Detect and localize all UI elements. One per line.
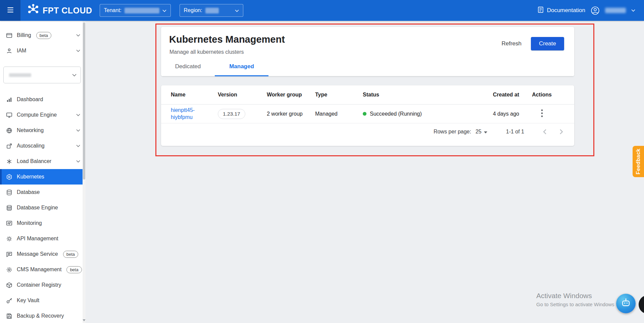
sidebar-item-monitoring[interactable]: Monitoring [0, 215, 86, 231]
sidebar-item-api-management[interactable]: API Management [0, 231, 86, 246]
sidebar-scrollbar-thumb[interactable] [83, 23, 85, 179]
billing-icon [6, 32, 12, 39]
previous-page-button[interactable] [542, 128, 548, 136]
column-header-version: Version [218, 92, 267, 98]
message-service-icon [6, 251, 12, 257]
sidebar-item-kubernetes[interactable]: Kubernetes [0, 169, 86, 185]
cluster-name-link[interactable]: hienptt45-hiybfpmu [171, 107, 204, 121]
sidebar-item-label: Billing [17, 32, 31, 38]
rows-per-page-select[interactable]: 25 [476, 129, 487, 135]
database-engine-icon [6, 205, 12, 211]
chevron-down-icon [76, 114, 80, 116]
row-actions-button[interactable] [538, 108, 546, 120]
sidebar-item-label: Load Balancer [17, 158, 51, 164]
fpt-cloud-logo [27, 3, 39, 17]
sidebar-scrollbar[interactable] [83, 21, 86, 323]
tenant-select[interactable]: Tenant: [100, 4, 171, 17]
sidebar-item-label: Networking [17, 127, 44, 133]
sidebar-scroll-down-arrow[interactable] [83, 319, 86, 321]
topbar-right: Documentation [537, 6, 644, 15]
created-at-cell: 4 days ago [461, 111, 519, 117]
sidebar-item-iam[interactable]: IAM [0, 43, 86, 58]
sidebar-item-label: Database [17, 189, 40, 195]
sidebar-item-compute-engine[interactable]: Compute Engine [0, 107, 86, 123]
status-text: Succeeded (Running) [370, 111, 422, 117]
ai-chat-button[interactable] [616, 294, 636, 313]
account-icon[interactable] [591, 6, 600, 15]
tab-managed[interactable]: Managed [215, 57, 268, 76]
chevron-down-icon [235, 7, 239, 13]
tenant-label: Tenant: [104, 7, 121, 13]
version-chip: 1.23.17 [218, 109, 245, 119]
sidebar-item-label: API Management [17, 236, 58, 242]
sidebar-item-autoscaling[interactable]: Autoscaling [0, 138, 86, 154]
pagination-range: 1-1 of 1 [506, 129, 524, 135]
status-cell: Succeeded (Running) [363, 111, 461, 117]
chevron-down-icon [72, 74, 77, 77]
clusters-table-card: Name Version Worker group Type Status Cr… [161, 85, 574, 146]
sidebar-item-dashboard[interactable]: Dashboard [0, 92, 86, 107]
sidebar-item-database-engine[interactable]: Database Engine [0, 200, 86, 215]
worker-group-cell: 2 worker group [267, 111, 315, 117]
table-header-row: Name Version Worker group Type Status Cr… [161, 85, 574, 105]
sidebar-item-message-service[interactable]: Message Service beta [0, 246, 86, 262]
container-registry-icon [6, 282, 12, 288]
username-redacted [605, 8, 626, 13]
create-button[interactable]: Create [531, 37, 564, 50]
key-vault-icon [6, 297, 12, 304]
networking-icon [6, 127, 12, 134]
sidebar-item-database[interactable]: Database [0, 185, 86, 200]
status-dot [363, 112, 366, 116]
sidebar-item-load-balancer[interactable]: Load Balancer [0, 154, 86, 169]
rows-per-page-label: Rows per page: [434, 129, 471, 135]
sidebar-select[interactable] [3, 67, 81, 83]
page-title: Kubernetes Management [169, 34, 285, 45]
sidebar-item-label: Container Registry [17, 282, 61, 288]
page-subtitle: Manage all kubernetes clusters [169, 49, 285, 55]
chevron-down-icon [76, 160, 80, 163]
documentation-icon [537, 6, 544, 15]
column-header-type: Type [315, 92, 363, 98]
sidebar-item-label: Autoscaling [17, 143, 45, 149]
app-window: FPT CLOUD Tenant: Region: Docu [0, 0, 644, 323]
table-row: hienptt45-hiybfpmu 1.23.17 2 worker grou… [161, 105, 574, 123]
column-header-name: Name [171, 92, 218, 98]
beta-badge: beta [36, 32, 51, 39]
chevron-down-icon [76, 145, 80, 147]
sidebar-item-container-registry[interactable]: Container Registry [0, 277, 86, 293]
brand-text: FPT CLOUD [43, 6, 92, 15]
sidebar-item-billing[interactable]: Billing beta [0, 28, 86, 43]
api-management-icon [6, 236, 12, 242]
pagination-bar: Rows per page: 25 1-1 of 1 [161, 123, 574, 140]
tab-dedicated[interactable]: Dedicated [161, 57, 215, 76]
refresh-button[interactable]: Refresh [499, 38, 524, 50]
column-header-status: Status [363, 92, 461, 98]
sidebar-item-label: Message Service [17, 251, 58, 257]
column-header-actions: Actions [519, 92, 564, 98]
sidebar-item-label: Backup & Recovery [17, 313, 64, 319]
menu-button[interactable] [0, 0, 20, 21]
ai-robot-icon [620, 297, 632, 310]
dashboard-icon [6, 96, 12, 103]
feedback-tab[interactable]: Feedback [633, 146, 644, 177]
type-cell: Managed [315, 111, 363, 117]
sidebar-item-key-vault[interactable]: Key Vault [0, 293, 86, 308]
chevron-down-icon [162, 7, 166, 13]
kubernetes-header-card: Kubernetes Management Manage all kuberne… [161, 27, 574, 76]
sidebar-item-label: IAM [17, 48, 26, 54]
sidebar-item-backup-recovery[interactable]: Backup & Recovery [0, 308, 86, 323]
header-actions: Refresh Create [499, 34, 564, 50]
sidebar-item-cms-management[interactable]: CMS Management beta [0, 262, 86, 277]
column-header-created-at: Created at [461, 92, 519, 98]
next-page-button[interactable] [558, 128, 564, 136]
sidebar-item-networking[interactable]: Networking [0, 123, 86, 138]
user-menu-caret[interactable] [631, 9, 635, 12]
sidebar: Billing beta IAM [0, 21, 86, 323]
chevron-down-icon [76, 34, 80, 37]
database-icon [6, 189, 12, 196]
region-select[interactable]: Region: [180, 4, 243, 17]
documentation-link[interactable]: Documentation [537, 6, 585, 15]
rows-per-page-value: 25 [476, 129, 482, 135]
column-header-worker-group: Worker group [267, 92, 315, 98]
page-heading: Kubernetes Management Manage all kuberne… [169, 34, 285, 55]
